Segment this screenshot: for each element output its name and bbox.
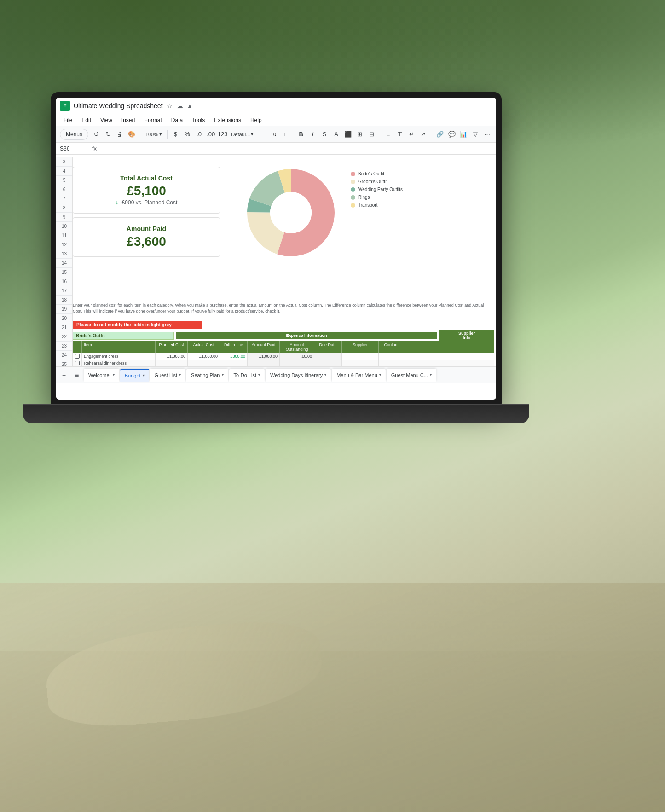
tab-seating-plan[interactable]: Seating Plan ▾: [186, 369, 228, 382]
borders-button[interactable]: ⊞: [354, 128, 365, 140]
tab-wedding-itinerary-arrow: ▾: [324, 373, 326, 377]
font-dropdown[interactable]: Defaul... ▾: [229, 128, 256, 140]
tab-wedding-itinerary[interactable]: Wedding Days Itinerary ▾: [266, 369, 331, 382]
menu-help[interactable]: Help: [247, 116, 266, 124]
valign-button[interactable]: ⊤: [394, 128, 405, 140]
menu-extensions[interactable]: Extensions: [210, 116, 245, 124]
text-color-button[interactable]: A: [331, 128, 341, 140]
chart-legend: Bride's Outfit Groom's Outfit Wedding Pa…: [351, 171, 424, 210]
tab-budget[interactable]: Budget ▾: [120, 369, 149, 382]
td-actual-27: £1,000.00: [188, 353, 220, 360]
menu-format[interactable]: Format: [141, 116, 166, 124]
tab-todo-list[interactable]: To-Do List ▾: [229, 369, 265, 382]
sheets-menu-button[interactable]: ≡: [71, 369, 83, 381]
document-title: Ultimate Wedding Spreadsheet: [74, 102, 163, 110]
rotate-button[interactable]: ↗: [418, 128, 428, 140]
td-planned-27: £1,300.00: [156, 353, 188, 360]
donut-chart: [240, 162, 341, 263]
legend-brides-outfit: Bride's Outfit: [351, 171, 424, 176]
toolbar-separator-3: [293, 130, 293, 139]
tab-welcome-label: Welcome!: [88, 372, 111, 378]
th-supplier: Supplier: [342, 341, 379, 353]
strikethrough-button[interactable]: S: [319, 128, 330, 140]
font-size-decrease[interactable]: −: [257, 128, 267, 140]
row-numbers: 3 4 5 6 7 8 9 10 11 12 13 14 15 16: [56, 157, 73, 366]
merge-button[interactable]: ⊟: [366, 128, 376, 140]
font-size-increase[interactable]: +: [279, 128, 289, 140]
content-area: 3 4 5 6 7 8 9 10 11 12 13 14 15 16: [56, 157, 496, 383]
menu-file[interactable]: File: [60, 116, 76, 124]
tab-guest-list[interactable]: Guest List ▾: [150, 369, 186, 382]
drive-icon[interactable]: ▲: [187, 102, 194, 110]
italic-button[interactable]: I: [307, 128, 318, 140]
td-label-28: Rehearsal dinner dress: [82, 360, 156, 366]
legend-label-party: Wedding Party Outfits: [358, 187, 403, 192]
legend-label-transport: Transport: [358, 203, 377, 208]
tab-guest-menu[interactable]: Guest Menu C... ▾: [387, 369, 436, 382]
checkbox-27[interactable]: [75, 354, 80, 359]
th-diff: Difference: [220, 341, 248, 353]
font-size-value: 10: [269, 132, 278, 137]
toolbar-separator-1: [140, 130, 140, 139]
link-button[interactable]: 🔗: [435, 128, 445, 140]
legend-dot-party: [351, 187, 355, 192]
total-cost-label: Total Actual Cost: [82, 174, 210, 182]
add-sheet-button[interactable]: +: [58, 369, 70, 381]
menu-edit[interactable]: Edit: [78, 116, 95, 124]
increase-decimals-button[interactable]: .00: [205, 128, 216, 140]
expense-info-header: Expense Information: [176, 332, 437, 339]
tab-seating-plan-arrow: ▾: [222, 373, 224, 377]
variance-label: ↓ -£900 vs. Planned Cost: [82, 199, 210, 206]
td-label-27: Engagement dress: [82, 353, 156, 360]
star-icon[interactable]: ☆: [167, 102, 174, 110]
td-contact-28: [379, 360, 406, 366]
legend-party-outfits: Wedding Party Outfits: [351, 187, 424, 192]
comment-button[interactable]: 💬: [446, 128, 457, 140]
th-contact: Contac...: [379, 341, 406, 353]
menu-insert[interactable]: Insert: [118, 116, 139, 124]
zoom-dropdown[interactable]: 100% ▾: [143, 128, 164, 140]
filter-button[interactable]: ▽: [470, 128, 480, 140]
redo-button[interactable]: ↻: [103, 128, 114, 140]
zoom-dropdown-icon: ▾: [159, 131, 162, 137]
menu-tools[interactable]: Tools: [188, 116, 208, 124]
th-planned: Planned Cost: [156, 341, 188, 353]
table-row: Rehearsal dinner dress: [73, 360, 494, 367]
paint-format-button[interactable]: 🎨: [126, 128, 137, 140]
legend-label-brides: Bride's Outfit: [358, 171, 384, 176]
legend-dot-brides: [351, 172, 355, 176]
menus-button[interactable]: Menus: [60, 129, 88, 140]
th-item: Item: [82, 341, 156, 353]
tab-menu-bar-menu[interactable]: Menu & Bar Menu ▾: [332, 369, 386, 382]
amount-paid-value: £3,600: [82, 234, 210, 249]
wrap-button[interactable]: ↵: [406, 128, 417, 140]
formula-icon: fx: [88, 145, 100, 152]
td-check-27: [73, 353, 82, 360]
td-outstanding-27: £0.00: [280, 353, 314, 360]
bold-button[interactable]: B: [295, 128, 306, 140]
menu-view[interactable]: View: [97, 116, 116, 124]
undo-button[interactable]: ↺: [91, 128, 102, 140]
menu-data[interactable]: Data: [168, 116, 186, 124]
cell-reference[interactable]: S36: [56, 145, 88, 152]
fill-color-button[interactable]: ⬛: [342, 128, 353, 140]
cloud-icon[interactable]: ☁: [177, 102, 184, 110]
percent-button[interactable]: %: [182, 128, 192, 140]
screen-inner: ≡ Ultimate Wedding Spreadsheet ☆ ☁ ▲ Fil…: [56, 98, 496, 400]
print-button[interactable]: 🖨: [115, 128, 125, 140]
td-supplier-28: [342, 360, 379, 366]
table-row: Engagement dress £1,300.00 £1,000.00 £30…: [73, 353, 494, 360]
tab-guest-menu-label: Guest Menu C...: [391, 372, 428, 378]
more-button[interactable]: ⋯: [482, 128, 492, 140]
chart-button[interactable]: 📊: [458, 128, 469, 140]
tab-todo-list-arrow: ▾: [258, 373, 260, 377]
format-123-button[interactable]: 123: [217, 128, 228, 140]
td-check-28: [73, 360, 82, 366]
sheet-tabs-bar: + ≡ Welcome! ▾ Budget ▾ Guest List ▾: [56, 366, 496, 383]
checkbox-28[interactable]: [75, 361, 80, 365]
decrease-decimals-button[interactable]: .0: [194, 128, 204, 140]
tab-welcome[interactable]: Welcome! ▾: [84, 369, 119, 382]
currency-button[interactable]: $: [170, 128, 181, 140]
font-name: Defaul...: [231, 132, 250, 137]
align-button[interactable]: ≡: [383, 128, 393, 140]
